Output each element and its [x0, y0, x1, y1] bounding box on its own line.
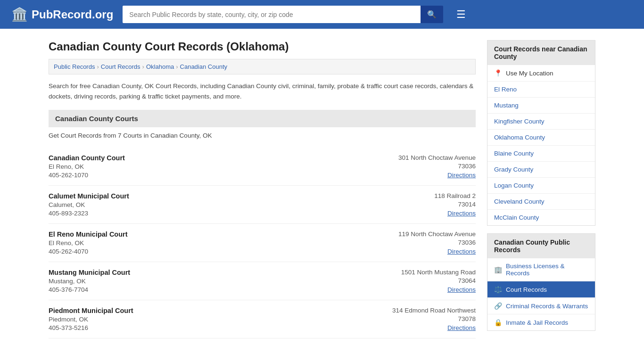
sidebar-item-icon: 📍	[494, 69, 502, 77]
sidebar: Court Records near Canadian County 📍Use …	[487, 40, 595, 338]
court-address: 301 North Choctaw Avenue 73036 Direction…	[381, 154, 476, 179]
nearby-header: Court Records near Canadian County	[487, 41, 595, 65]
search-input[interactable]	[123, 6, 421, 23]
sidebar-pr-icon: ⚖️	[494, 286, 502, 293]
court-location: El Reno, OK	[49, 163, 372, 170]
sidebar-nearby-item[interactable]: Grady County	[487, 162, 595, 178]
sidebar-public-records-item[interactable]: 🔒Inmate & Jail Records	[487, 314, 595, 330]
sidebar-nearby-item[interactable]: Logan County	[487, 178, 595, 194]
logo-icon: 🏛️	[11, 7, 28, 22]
nearby-box: Court Records near Canadian County 📍Use …	[487, 40, 595, 226]
sidebar-pr-label: Business Licenses & Records	[506, 263, 588, 277]
address-line2: 73014	[381, 201, 476, 208]
court-entry: Calumet Municipal Court Calumet, OK 405-…	[49, 186, 476, 224]
court-name: Piedmont Municipal Court	[49, 307, 372, 314]
directions-link[interactable]: Directions	[447, 248, 476, 255]
sidebar-nearby-item[interactable]: 📍Use My Location	[487, 65, 595, 82]
court-phone: 405-373-5216	[49, 324, 372, 331]
courts-section-header: Canadian County Courts	[49, 110, 476, 127]
sidebar-item-label: Logan County	[494, 182, 534, 189]
court-entry: Mustang Municipal Court Mustang, OK 405-…	[49, 262, 476, 300]
address-line1: 1501 North Mustang Road	[381, 269, 476, 276]
page-title: Canadian County Court Records (Oklahoma)	[49, 40, 476, 53]
court-name: Mustang Municipal Court	[49, 269, 372, 276]
sidebar-pr-icon: 🔗	[494, 302, 502, 310]
sidebar-nearby-item[interactable]: Oklahoma County	[487, 130, 595, 146]
sidebar-item-label: Grady County	[494, 166, 533, 173]
address-line1: 118 Railroad 2	[381, 192, 476, 199]
search-icon: 🔍	[427, 10, 437, 18]
address-line1: 314 Edmond Road Northwest	[381, 307, 476, 314]
main-container: Canadian County Court Records (Oklahoma)…	[39, 29, 605, 350]
court-info: Canadian County Court El Reno, OK 405-26…	[49, 154, 372, 179]
breadcrumb-sep-3: ›	[176, 63, 178, 70]
sidebar-item-label: Kingfisher County	[494, 118, 545, 125]
sidebar-public-records-item[interactable]: ⚖️Court Records	[487, 281, 595, 298]
sidebar-pr-label: Court Records	[506, 286, 547, 293]
court-name: Calumet Municipal Court	[49, 192, 372, 200]
sidebar-item-label: Cleveland County	[494, 198, 545, 205]
court-phone: 405-893-2323	[49, 210, 372, 217]
address-line1: 119 North Choctaw Avenue	[381, 230, 476, 238]
sidebar-nearby-item[interactable]: McClain County	[487, 210, 595, 225]
sidebar-nearby-item[interactable]: Cleveland County	[487, 194, 595, 210]
search-button[interactable]: 🔍	[421, 6, 443, 23]
court-address: 314 Edmond Road Northwest 73078 Directio…	[381, 307, 476, 331]
address-line2: 73036	[381, 239, 476, 246]
content-area: Canadian County Court Records (Oklahoma)…	[49, 40, 476, 338]
court-location: Calumet, OK	[49, 201, 372, 208]
sidebar-item-label: Use My Location	[506, 70, 553, 77]
court-name: El Reno Municipal Court	[49, 230, 372, 238]
sidebar-public-records-item[interactable]: 🔗Criminal Records & Warrants	[487, 298, 595, 314]
sidebar-public-records-item[interactable]: 🏢Business Licenses & Records	[487, 258, 595, 281]
breadcrumb-court-records[interactable]: Court Records	[101, 63, 140, 70]
directions-link[interactable]: Directions	[447, 210, 476, 217]
public-records-list: 🏢Business Licenses & Records⚖️Court Reco…	[487, 258, 595, 330]
court-phone: 405-262-4070	[49, 248, 372, 255]
address-line2: 73078	[381, 315, 476, 322]
menu-button[interactable]: ☰	[456, 8, 466, 21]
sidebar-nearby-item[interactable]: Kingfisher County	[487, 114, 595, 130]
court-info: Piedmont Municipal Court Piedmont, OK 40…	[49, 307, 372, 331]
breadcrumb-sep-1: ›	[97, 63, 99, 70]
directions-link[interactable]: Directions	[447, 172, 476, 179]
court-entry: Canadian County Court El Reno, OK 405-26…	[49, 148, 476, 186]
sidebar-item-label: El Reno	[494, 86, 517, 93]
court-address: 119 North Choctaw Avenue 73036 Direction…	[381, 230, 476, 255]
sidebar-pr-icon: 🔒	[494, 319, 502, 326]
court-phone: 405-376-7704	[49, 286, 372, 293]
breadcrumb-canadian-county[interactable]: Canadian County	[180, 63, 227, 70]
sidebar-pr-label: Criminal Records & Warrants	[506, 303, 588, 310]
site-header: 🏛️ PubRecord.org 🔍 ☰	[0, 0, 644, 29]
breadcrumb-sep-2: ›	[142, 63, 144, 70]
site-logo[interactable]: 🏛️ PubRecord.org	[11, 7, 113, 22]
hamburger-icon: ☰	[456, 8, 466, 20]
sidebar-item-label: McClain County	[494, 214, 539, 221]
court-name: Canadian County Court	[49, 154, 372, 162]
sidebar-nearby-item[interactable]: Blaine County	[487, 146, 595, 162]
courts-section-subtext: Get Court Records from 7 Courts in Canad…	[49, 132, 476, 139]
address-line2: 73036	[381, 163, 476, 170]
sidebar-item-label: Oklahoma County	[494, 134, 545, 141]
breadcrumb-oklahoma[interactable]: Oklahoma	[146, 63, 174, 70]
sidebar-nearby-item[interactable]: El Reno	[487, 82, 595, 98]
nearby-list: 📍Use My LocationEl RenoMustangKingfisher…	[487, 65, 595, 225]
sidebar-pr-label: Inmate & Jail Records	[506, 319, 568, 326]
court-location: El Reno, OK	[49, 239, 372, 247]
breadcrumb-public-records[interactable]: Public Records	[54, 63, 95, 70]
court-entry: Piedmont Municipal Court Piedmont, OK 40…	[49, 300, 476, 338]
public-records-box: Canadian County Public Records 🏢Business…	[487, 233, 595, 331]
page-description: Search for free Canadian County, OK Cour…	[49, 81, 476, 101]
court-location: Mustang, OK	[49, 278, 372, 285]
breadcrumb: Public Records › Court Records › Oklahom…	[49, 59, 476, 74]
court-info: El Reno Municipal Court El Reno, OK 405-…	[49, 230, 372, 255]
sidebar-item-label: Mustang	[494, 102, 519, 109]
directions-link[interactable]: Directions	[447, 324, 476, 331]
courts-list: Canadian County Court El Reno, OK 405-26…	[49, 148, 476, 338]
sidebar-nearby-item[interactable]: Mustang	[487, 98, 595, 114]
court-phone: 405-262-1070	[49, 172, 372, 179]
address-line2: 73064	[381, 277, 476, 284]
court-address: 1501 North Mustang Road 73064 Directions	[381, 269, 476, 293]
court-location: Piedmont, OK	[49, 316, 372, 323]
directions-link[interactable]: Directions	[447, 286, 476, 293]
